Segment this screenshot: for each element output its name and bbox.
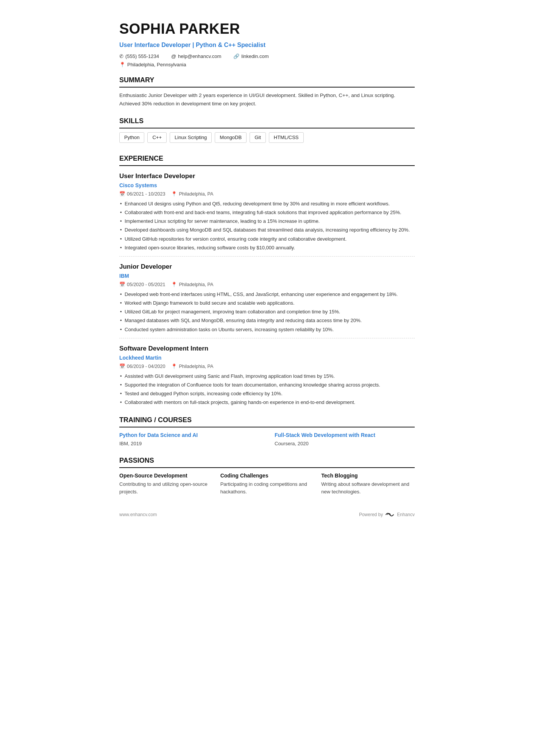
location-text: Philadelphia, Pennsylvania	[127, 61, 186, 69]
training-section: TRAINING / COURSES Python for Data Scien…	[119, 415, 415, 448]
email-address: help@enhancv.com	[178, 53, 221, 60]
location-pin-icon: 📍	[171, 363, 177, 370]
powered-by-label: Powered by	[359, 511, 383, 518]
summary-section: SUMMARY Enthusiastic Junior Developer wi…	[119, 75, 415, 108]
job-location: 📍 Philadelphia, PA	[171, 281, 213, 288]
skill-tag: Python	[119, 132, 144, 143]
training-item: Full-Stack Web Development with ReactCou…	[275, 431, 415, 448]
job-entry: Junior DeveloperIBM 📅 05/2020 - 05/2021 …	[119, 262, 415, 338]
passion-description: Participating in coding competitions and…	[220, 481, 314, 495]
passion-description: Writing about software development and n…	[321, 481, 415, 495]
date-range: 📅 05/2020 - 05/2021	[119, 281, 165, 288]
candidate-title: User Interface Developer | Python & C++ …	[119, 41, 415, 50]
training-title: TRAINING / COURSES	[119, 415, 415, 427]
list-item: Developed web front-end interfaces using…	[119, 291, 415, 298]
course-provider: IBM, 2019	[119, 440, 259, 448]
skill-tag: C++	[147, 132, 167, 143]
date-range: 📅 06/2021 - 10/2023	[119, 191, 165, 198]
passion-description: Contributing to and utilizing open-sourc…	[119, 481, 213, 495]
training-item: Python for Data Science and AIIBM, 2019	[119, 431, 259, 448]
passions-section: PASSIONS Open-Source DevelopmentContribu…	[119, 455, 415, 495]
passion-item: Tech BloggingWriting about software deve…	[321, 472, 415, 495]
training-grid: Python for Data Science and AIIBM, 2019F…	[119, 431, 415, 448]
list-item: Managed databases with SQL and MongoDB, …	[119, 317, 415, 324]
footer: www.enhancv.com Powered by Enhancv	[119, 511, 415, 518]
company-name: Cisco Systems	[119, 182, 415, 189]
footer-website: www.enhancv.com	[119, 511, 157, 518]
candidate-name: SOPHIA PARKER	[119, 18, 415, 40]
job-meta: 📅 05/2020 - 05/2021 📍 Philadelphia, PA	[119, 281, 415, 288]
summary-text: Enthusiastic Junior Developer with 2 yea…	[119, 91, 415, 108]
skill-tag: Git	[250, 132, 266, 143]
job-meta: 📅 06/2021 - 10/2023 📍 Philadelphia, PA	[119, 191, 415, 198]
course-name: Full-Stack Web Development with React	[275, 431, 415, 439]
course-name: Python for Data Science and AI	[119, 431, 259, 439]
jobs-list: User Interface DeveloperCisco Systems 📅 …	[119, 171, 415, 407]
passions-grid: Open-Source DevelopmentContributing to a…	[119, 472, 415, 495]
passion-item: Coding ChallengesParticipating in coding…	[220, 472, 314, 495]
skill-tag: HTML/CSS	[269, 132, 304, 143]
header: SOPHIA PARKER User Interface Developer |…	[119, 18, 415, 68]
bullet-list: Assisted with GUI development using Sani…	[119, 373, 415, 407]
location-icon: 📍	[119, 61, 125, 69]
bullet-list: Enhanced UI designs using Python and Qt5…	[119, 200, 415, 252]
job-location: 📍 Philadelphia, PA	[171, 363, 213, 370]
calendar-icon: 📅	[119, 191, 125, 198]
bullet-list: Developed web front-end interfaces using…	[119, 291, 415, 333]
list-item: Worked with Django framework to build se…	[119, 299, 415, 307]
enhancv-logo: Enhancv	[385, 511, 415, 518]
link-icon: 🔗	[233, 53, 239, 60]
section-divider	[119, 338, 415, 338]
email-contact: @ help@enhancv.com	[171, 53, 221, 60]
list-item: Conducted system administration tasks on…	[119, 326, 415, 333]
skills-title: SKILLS	[119, 116, 415, 128]
skill-tag: MongoDB	[215, 132, 247, 143]
linkedin-contact[interactable]: 🔗 linkedin.com	[233, 53, 269, 60]
phone-icon: ✆	[119, 53, 123, 60]
course-provider: Coursera, 2020	[275, 440, 415, 448]
experience-section: EXPERIENCE User Interface DeveloperCisco…	[119, 153, 415, 407]
list-item: Supported the integration of Confluence …	[119, 381, 415, 389]
section-divider	[119, 256, 415, 257]
skills-list: PythonC++Linux ScriptingMongoDBGitHTML/C…	[119, 132, 415, 145]
job-title: Software Development Intern	[119, 344, 415, 354]
list-item: Integrated open-source libraries, reduci…	[119, 244, 415, 252]
logo-icon	[385, 512, 396, 518]
list-item: Utilized GitLab for project management, …	[119, 308, 415, 316]
phone-number: (555) 555-1234	[125, 53, 159, 60]
job-title: Junior Developer	[119, 262, 415, 272]
list-item: Collaborated with mentors on full-stack …	[119, 399, 415, 406]
list-item: Enhanced UI designs using Python and Qt5…	[119, 200, 415, 208]
email-icon: @	[171, 53, 176, 60]
passion-item: Open-Source DevelopmentContributing to a…	[119, 472, 213, 495]
footer-brand: Powered by Enhancv	[359, 511, 415, 518]
list-item: Assisted with GUI development using Sani…	[119, 373, 415, 380]
company-name: IBM	[119, 272, 415, 280]
job-location: 📍 Philadelphia, PA	[171, 191, 213, 198]
calendar-icon: 📅	[119, 363, 125, 370]
phone-contact: ✆ (555) 555-1234	[119, 53, 159, 60]
calendar-icon: 📅	[119, 281, 125, 288]
location-pin-icon: 📍	[171, 281, 177, 288]
passions-title: PASSIONS	[119, 455, 415, 468]
passion-title: Open-Source Development	[119, 472, 213, 480]
summary-title: SUMMARY	[119, 75, 415, 88]
linkedin-url: linkedin.com	[241, 53, 269, 60]
passion-title: Coding Challenges	[220, 472, 314, 480]
date-range: 📅 06/2019 - 04/2020	[119, 363, 165, 370]
skills-section: SKILLS PythonC++Linux ScriptingMongoDBGi…	[119, 116, 415, 145]
list-item: Collaborated with front-end and back-end…	[119, 209, 415, 216]
job-entry: Software Development InternLockheed Mart…	[119, 344, 415, 407]
brand-name: Enhancv	[397, 511, 415, 518]
list-item: Utilized GitHub repositories for version…	[119, 235, 415, 243]
list-item: Implemented Linux scripting for server m…	[119, 218, 415, 225]
job-entry: User Interface DeveloperCisco Systems 📅 …	[119, 171, 415, 257]
location-row: 📍 Philadelphia, Pennsylvania	[119, 61, 415, 69]
job-title: User Interface Developer	[119, 171, 415, 181]
experience-title: EXPERIENCE	[119, 153, 415, 166]
list-item: Developed dashboards using MongoDB and S…	[119, 226, 415, 234]
skill-tag: Linux Scripting	[170, 132, 212, 143]
resume-page: SOPHIA PARKER User Interface Developer |…	[97, 0, 437, 526]
passion-title: Tech Blogging	[321, 472, 415, 480]
contact-row: ✆ (555) 555-1234 @ help@enhancv.com 🔗 li…	[119, 53, 415, 60]
